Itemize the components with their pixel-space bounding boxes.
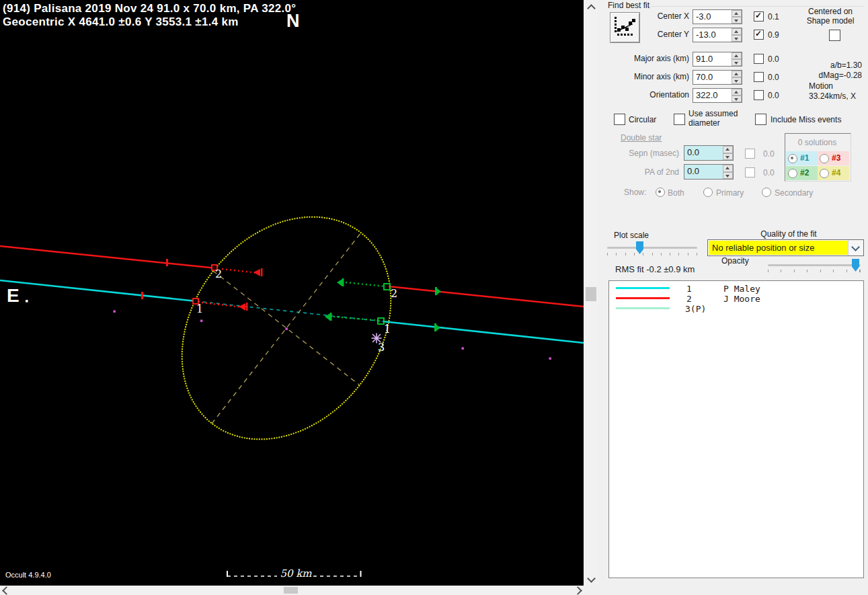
sepn-label: Sepn (masec) [615,149,679,158]
plot-scale-slider-ticks [607,253,697,255]
minor-axis-spin-up[interactable] [732,71,742,77]
vertical-scrollbar[interactable] [584,0,598,586]
pa-spin-up[interactable] [723,165,733,172]
sepn-spinbox[interactable]: 0.0 [684,145,734,161]
occultation-plot-graphics [0,0,584,586]
chord1-r-arrow [325,313,330,321]
center-y-spinbox[interactable]: -13.0 [693,28,742,42]
major-axis-sigma-checkbox[interactable] [754,54,764,64]
opacity-slider-ticks [768,270,861,272]
horizontal-scroll-thumb[interactable] [284,587,298,594]
orientation-sigma-checkbox[interactable] [754,90,764,100]
observer-legend-listbox[interactable]: 1 P Maley 2 J Moore 3(P) [608,280,864,578]
major-axis-spin-down[interactable] [732,59,742,66]
centered-on-shape-model-checkbox[interactable] [829,30,840,41]
circular-checkbox[interactable] [614,114,625,125]
center-x-spin-up[interactable] [732,10,742,17]
include-miss-events-label: Include Miss events [771,115,841,124]
predicted-path-dots [114,311,551,360]
orientation-sigma-value: 0.0 [768,91,779,100]
minor-axis-spinbox[interactable]: 70.0 [693,70,742,85]
observer-number: 3(P) [685,304,706,314]
chord1-time-tick [141,292,143,299]
chord1-d-uncertainty [202,303,242,307]
miss-star-label: 3 [378,341,385,354]
quality-of-fit-value[interactable]: No reliable position or size [709,241,848,255]
occultation-plot-canvas[interactable]: (914) Palisana 2019 Nov 24 91.0 x 70.0 k… [0,0,584,586]
fit-control-panel: Find best fit Center X -3.0 0.1 [598,0,868,595]
app-version-label: Occult 4.9.4.0 [5,571,51,579]
chord1-d-label: 1 [196,303,203,315]
show-both-label: Both [668,188,684,198]
occult-fit-window: (914) Palisana 2019 Nov 24 91.0 x 70.0 k… [0,0,868,595]
orientation-spinbox[interactable]: 322.0 [693,88,742,103]
show-secondary-radio[interactable] [762,188,771,197]
center-x-spinbox[interactable]: -3.0 [693,9,742,24]
center-y-label: Center Y [624,30,689,39]
chord3-color-swatch [616,307,670,309]
show-primary-radio[interactable] [703,188,713,197]
opacity-label: Opacity [721,256,749,266]
sepn-spin-down[interactable] [723,153,733,161]
horizontal-scrollbar[interactable] [0,586,584,595]
show-both-radio[interactable] [656,188,665,197]
include-miss-events-checkbox[interactable] [755,114,766,125]
solution-2-cell: #2 [786,166,818,180]
use-assumed-label-line2: diameter [688,118,720,128]
solution-3-cell: #3 [818,151,849,165]
sepn-spin-up[interactable] [723,146,733,153]
chord1-d-arrow [239,303,245,311]
show-label: Show: [624,188,646,197]
centered-on-label-line2: Shape model [797,16,864,26]
center-y-sigma-value: 0.9 [768,30,779,40]
scroll-down-arrow[interactable] [587,574,596,583]
solutions-count-label: 0 solutions [785,138,849,147]
center-x-sigma-checkbox[interactable] [754,11,764,22]
scale-bar-label: 50 km [272,567,320,580]
center-y-spin-down[interactable] [732,35,742,42]
orientation-spin-down[interactable] [732,95,742,102]
orientation-spin-up[interactable] [732,89,742,95]
center-y-sigma-checkbox[interactable] [754,30,764,40]
major-axis-spinbox[interactable]: 91.0 [693,52,742,67]
chord2-time-tick [166,259,168,266]
sepn-sigma-checkbox[interactable] [745,149,755,159]
chord2-r-arrow [337,279,342,286]
solution-1-radio[interactable] [788,154,797,163]
observer-number: 2 [686,294,692,304]
use-assumed-label-line1: Use assumed [688,109,738,118]
pa-sigma-checkbox[interactable] [745,167,755,177]
opacity-slider-track[interactable] [768,264,861,266]
plot-title-line2: Geocentric X 4641.0 ±0.6 Y 3553.1 ±1.4 k… [3,15,239,29]
solution-1-label: #1 [800,153,809,163]
dropdown-button[interactable] [848,240,863,255]
chord1-color-swatch [616,287,670,289]
vertical-scroll-thumb[interactable] [586,287,596,301]
motion-value: 33.24km/s, X [809,91,856,101]
show-primary-label: Primary [716,188,744,198]
solution-2-radio[interactable] [788,169,797,178]
major-axis-spin-up[interactable] [732,52,742,59]
solution-4-label: #4 [832,168,840,177]
solution-4-radio[interactable] [820,169,829,178]
chord2-d-uncertainty [222,269,258,273]
solution-3-radio[interactable] [820,154,829,163]
minor-axis-spin-down[interactable] [732,77,742,84]
ab-ratio-value: a/b=1.30 [800,61,862,70]
chord2-r-uncertainty [346,282,386,286]
scroll-left-arrow[interactable] [2,586,11,595]
center-x-spin-down[interactable] [732,17,742,24]
center-y-spin-up[interactable] [732,28,742,35]
plot-scale-label: Plot scale [614,231,649,240]
plot-scale-slider-track[interactable] [607,247,697,249]
minor-axis-sigma-checkbox[interactable] [754,72,764,82]
pa-of-2nd-spinbox[interactable]: 0.0 [684,164,734,180]
chord1-line-west [0,280,196,301]
scroll-right-arrow[interactable] [574,586,582,595]
use-assumed-diameter-checkbox[interactable] [674,114,685,125]
minor-axis-sigma-value: 0.0 [768,73,779,82]
solution-2-label: #2 [800,168,809,177]
pa-spin-down[interactable] [723,172,733,180]
quality-of-fit-dropdown[interactable]: No reliable position or size [707,239,864,256]
scroll-up-arrow[interactable] [587,4,596,13]
